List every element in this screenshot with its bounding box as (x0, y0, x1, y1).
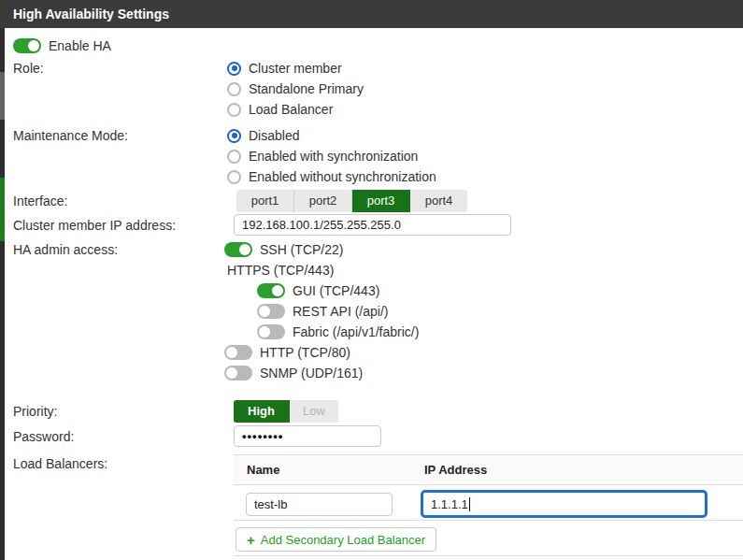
http-toggle[interactable] (224, 345, 252, 360)
add-load-balancer-button[interactable]: + Add Secondary Load Balancer (236, 527, 436, 552)
snmp-toggle[interactable] (224, 366, 252, 381)
lb-table-header: Name IP Address (234, 455, 743, 485)
fabric-toggle[interactable] (257, 324, 285, 339)
http-row: HTTP (TCP/80) (224, 343, 350, 362)
plus-icon: + (247, 532, 255, 548)
toggle-knob (259, 326, 270, 337)
rest-api-row: REST API (/api/) (257, 302, 388, 321)
fabric-label: Fabric (/api/v1/fabric/) (293, 323, 419, 340)
cluster-ip-label: Cluster member IP address: (13, 216, 176, 235)
add-load-balancer-label: Add Secondary Load Balancer (261, 533, 425, 547)
ssh-label: SSH (TCP/22) (260, 241, 343, 258)
radio-standalone-primary[interactable] (227, 82, 241, 96)
priority-low-button[interactable]: Low (290, 400, 338, 423)
sidebar-edge (0, 28, 5, 560)
radio-load-balancer[interactable] (227, 103, 241, 117)
load-balancers-table: Name IP Address test-lb 1.1.1.1 + Add Se… (234, 454, 743, 556)
load-balancers-label: Load Balancers: (13, 454, 107, 473)
password-input[interactable]: •••••••• (234, 425, 381, 447)
toggle-knob (272, 285, 283, 296)
radio-label: Disabled (249, 127, 299, 144)
radio-enabled-without-sync[interactable] (227, 170, 241, 184)
ssh-toggle[interactable] (224, 242, 252, 257)
radio-label: Load Balancer (249, 101, 333, 118)
role-option-load-balancer: Load Balancer (227, 100, 333, 119)
radio-label: Enabled with synchronization (249, 148, 418, 165)
ha-settings-page: High Availability Settings Enable HA Rol… (0, 0, 743, 560)
lb-column-name: Name (247, 455, 279, 485)
port2-button[interactable]: port2 (294, 190, 352, 212)
rest-api-label: REST API (/api/) (293, 303, 388, 320)
fabric-row: Fabric (/api/v1/fabric/) (257, 323, 419, 341)
gui-row: GUI (TCP/443) (257, 281, 379, 300)
sidebar-scroll-thumb[interactable] (0, 72, 5, 120)
http-label: HTTP (TCP/80) (260, 344, 350, 361)
radio-label: Cluster member (249, 60, 342, 77)
gui-toggle[interactable] (257, 283, 285, 298)
priority-label: Priority: (13, 402, 57, 421)
enable-ha-row: Enable HA (13, 36, 111, 55)
lb-table-footer: + Add Secondary Load Balancer (234, 521, 743, 556)
enable-ha-toggle[interactable] (13, 38, 41, 53)
role-label: Role: (13, 59, 44, 78)
lb-column-ip: IP Address (424, 455, 487, 485)
lb-table-row: test-lb 1.1.1.1 (234, 485, 743, 521)
lb-ip-input[interactable]: 1.1.1.1 (421, 490, 707, 518)
toggle-knob (28, 40, 39, 51)
maintenance-option-disabled: Disabled (227, 126, 299, 145)
interface-port-group: port1 port2 port3 port4 (236, 190, 467, 212)
radio-label: Standalone Primary (249, 80, 364, 97)
port3-button[interactable]: port3 (352, 190, 410, 212)
role-option-cluster-member: Cluster member (227, 59, 342, 78)
cluster-ip-value: 192.168.100.1/255.255.255.0 (242, 218, 401, 232)
snmp-label: SNMP (UDP/161) (260, 365, 363, 381)
maintenance-mode-label: Maintenance Mode: (13, 126, 128, 145)
lb-ip-value: 1.1.1.1 (431, 497, 468, 511)
ssh-row: SSH (TCP/22) (224, 240, 343, 259)
text-cursor (469, 497, 470, 511)
toggle-knob (226, 367, 237, 379)
https-row: HTTPS (TCP/443) (227, 261, 334, 280)
password-label: Password: (13, 427, 74, 446)
role-option-standalone-primary: Standalone Primary (227, 79, 364, 98)
sidebar-active-indicator (0, 178, 5, 241)
priority-high-button[interactable]: High (234, 400, 290, 423)
radio-cluster-member[interactable] (227, 62, 241, 76)
radio-disabled[interactable] (227, 129, 241, 143)
radio-label: Enabled without synchronization (249, 168, 436, 185)
page-title: High Availability Settings (0, 0, 743, 28)
port4-button[interactable]: port4 (410, 190, 467, 212)
cluster-ip-input[interactable]: 192.168.100.1/255.255.255.0 (234, 214, 511, 236)
maintenance-option-enabled-without-sync: Enabled without synchronization (227, 167, 436, 186)
lb-name-value: test-lb (254, 497, 287, 511)
rest-api-toggle[interactable] (257, 304, 285, 319)
interface-label: Interface: (13, 192, 67, 210)
snmp-row: SNMP (UDP/161) (224, 364, 363, 382)
enable-ha-label: Enable HA (49, 37, 111, 54)
priority-group: High Low (234, 400, 338, 423)
toggle-knob (239, 244, 250, 255)
lb-name-input[interactable]: test-lb (246, 493, 393, 516)
password-value: •••••••• (242, 429, 283, 443)
maintenance-option-enabled-with-sync: Enabled with synchronization (227, 147, 418, 165)
toggle-knob (226, 347, 237, 358)
https-label: HTTPS (TCP/443) (227, 262, 334, 279)
toggle-knob (259, 306, 270, 317)
radio-enabled-with-sync[interactable] (227, 150, 241, 164)
port1-button[interactable]: port1 (236, 190, 294, 212)
ha-admin-access-label: HA admin access: (13, 240, 118, 259)
gui-label: GUI (TCP/443) (293, 282, 379, 299)
